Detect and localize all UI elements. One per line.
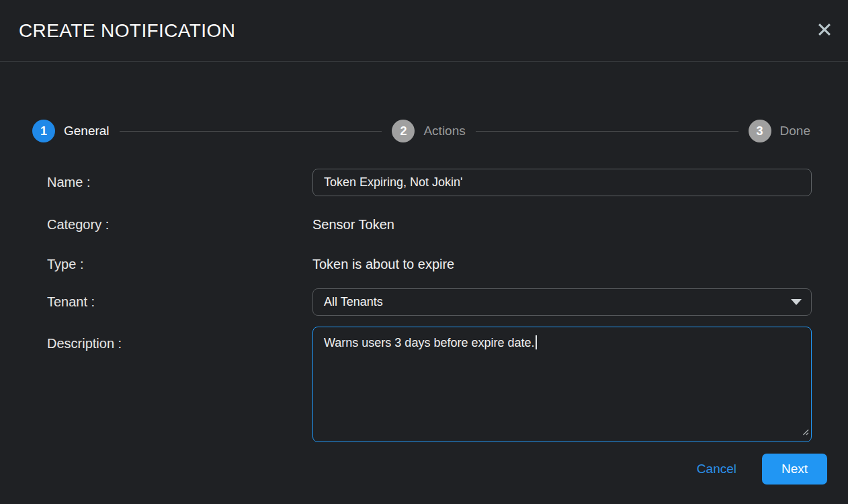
- cancel-button[interactable]: Cancel: [697, 462, 736, 476]
- step-actions-number: 2: [392, 120, 415, 142]
- dialog-title: CREATE NOTIFICATION: [19, 20, 235, 42]
- step-general[interactable]: 1 General: [32, 120, 110, 142]
- step-connector: [476, 131, 738, 132]
- close-icon: [815, 20, 834, 42]
- type-row: Type : Token is about to expire: [47, 255, 812, 274]
- tenant-select[interactable]: All Tenants: [312, 288, 812, 316]
- dialog-header: CREATE NOTIFICATION: [0, 0, 848, 62]
- category-value: Sensor Token: [312, 217, 394, 233]
- dialog-footer: Cancel Next: [0, 454, 827, 485]
- wizard-steps: 1 General 2 Actions 3 Done: [32, 120, 810, 142]
- close-button[interactable]: [813, 19, 836, 42]
- description-label: Description :: [47, 327, 312, 351]
- step-actions-label: Actions: [423, 124, 465, 138]
- step-connector: [120, 131, 382, 132]
- tenant-label: Tenant :: [47, 294, 312, 310]
- name-label: Name :: [47, 175, 312, 190]
- step-done-number: 3: [749, 120, 771, 142]
- category-label: Category :: [47, 217, 312, 233]
- step-general-label: General: [64, 124, 110, 138]
- name-input[interactable]: [312, 169, 812, 196]
- tenant-selected-value: All Tenants: [324, 295, 383, 309]
- text-cursor: [536, 335, 537, 349]
- step-general-number: 1: [32, 120, 55, 142]
- description-row: Description : Warns users 3 days before …: [47, 327, 812, 442]
- resize-handle-icon[interactable]: [802, 423, 809, 439]
- category-row: Category : Sensor Token: [47, 215, 812, 234]
- type-label: Type :: [47, 257, 312, 272]
- step-actions[interactable]: 2 Actions: [392, 120, 465, 142]
- description-text: Warns users 3 days before expire date.: [324, 336, 535, 349]
- type-value: Token is about to expire: [312, 257, 454, 272]
- step-done-label: Done: [780, 124, 810, 138]
- name-row: Name :: [47, 169, 812, 196]
- chevron-down-icon: [791, 299, 802, 305]
- description-textarea[interactable]: Warns users 3 days before expire date.: [312, 327, 812, 442]
- step-done[interactable]: 3 Done: [749, 120, 810, 142]
- next-button[interactable]: Next: [762, 454, 827, 485]
- tenant-row: Tenant : All Tenants: [47, 288, 812, 316]
